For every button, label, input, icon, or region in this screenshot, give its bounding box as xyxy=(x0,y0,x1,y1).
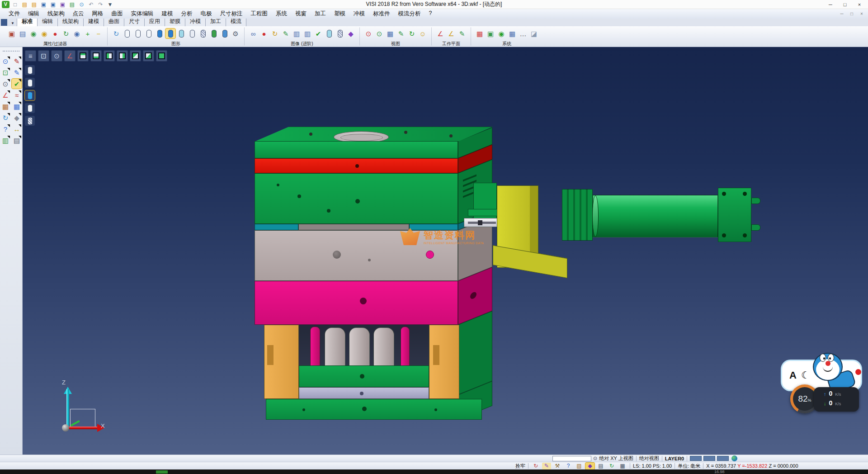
layer-list-icon[interactable]: ▤ xyxy=(596,463,605,469)
auto-rotate-icon[interactable]: ↻ xyxy=(607,463,616,469)
taskbar-item[interactable] xyxy=(156,470,168,474)
copy-shading-icon[interactable] xyxy=(220,28,230,38)
hydraulic-cylinder-barrel[interactable] xyxy=(593,195,718,237)
ejector-base-plate[interactable] xyxy=(299,387,429,399)
view-grid-icon[interactable]: ▦ xyxy=(385,28,395,38)
save-all-icon[interactable]: ▣ xyxy=(59,1,66,8)
menu-item-19[interactable]: ? xyxy=(425,10,436,18)
refresh-adv-icon[interactable]: ↻ xyxy=(270,28,280,38)
grid-window-icon[interactable]: ▦ xyxy=(12,101,22,111)
network-speed-panel[interactable]: ↑ 0K/s ↓ 0K/s xyxy=(814,387,859,412)
add-visible-icon[interactable]: + xyxy=(83,28,93,38)
zoom-window-icon[interactable]: ⊙ xyxy=(0,56,10,66)
tie-rod-stub-top[interactable] xyxy=(751,198,760,204)
save-as-icon[interactable]: ▣ xyxy=(49,1,57,8)
tie-rod-stub-bottom[interactable] xyxy=(751,224,760,231)
return-pin-left[interactable] xyxy=(310,327,320,367)
hidden-line-dash-icon[interactable] xyxy=(144,28,154,38)
transparent-icon[interactable] xyxy=(176,28,186,38)
workplane-gold-icon[interactable]: ∠ xyxy=(446,28,456,38)
menu-item-16[interactable]: 冲模 xyxy=(349,10,369,18)
sketch-edit-icon[interactable]: ✎ xyxy=(12,67,22,77)
shaded-icon[interactable] xyxy=(155,28,165,38)
parting-strip[interactable] xyxy=(298,224,409,230)
erase-icon[interactable]: ✎ xyxy=(12,56,22,66)
lock-toggle[interactable]: 拴牢 xyxy=(515,463,525,469)
ucs-cube-icon[interactable]: ◆ xyxy=(585,463,594,469)
save-icon[interactable]: ▣ xyxy=(40,1,47,8)
menu-item-17[interactable]: 标准件 xyxy=(369,10,394,18)
traffic-light-adv-icon[interactable]: ● xyxy=(259,28,269,38)
color-swatch-2[interactable] xyxy=(703,456,715,461)
mdi-restore-button[interactable]: □ xyxy=(848,11,855,16)
open-ref-icon[interactable]: ▤ xyxy=(30,1,38,8)
view-mode-label[interactable]: 绝对 XY 上视图 xyxy=(599,455,633,462)
lod-bars2-icon[interactable]: ▥ xyxy=(302,28,312,38)
tools-hammer-icon[interactable]: ⚒ xyxy=(553,463,562,469)
view-smiley-icon[interactable]: ☺ xyxy=(418,28,428,38)
open-file-icon[interactable]: ▤ xyxy=(21,1,28,8)
spacer-block-left[interactable] xyxy=(264,325,299,399)
shaded-edges-icon[interactable] xyxy=(165,28,175,38)
new-file-icon[interactable]: □ xyxy=(11,1,19,8)
search-input[interactable] xyxy=(552,456,591,461)
menu-item-6[interactable]: 实体编辑 xyxy=(127,10,158,18)
system-globe-icon[interactable]: ◉ xyxy=(496,28,506,38)
menu-item-11[interactable]: 工程图 xyxy=(247,10,272,18)
help-icon[interactable]: ? xyxy=(0,124,10,134)
document-icon[interactable]: ▤ xyxy=(12,135,22,145)
remove-visible-icon[interactable]: − xyxy=(94,28,104,38)
hide-entities-icon[interactable]: ◉ xyxy=(39,28,49,38)
grid-snap-icon[interactable]: ▦ xyxy=(618,463,627,469)
doc-filter-icon[interactable]: ▤ xyxy=(18,28,28,38)
shield-icon[interactable]: ◆ xyxy=(346,28,356,38)
ejector-sleeve-1[interactable] xyxy=(325,327,345,367)
search-icon[interactable]: ⊙ xyxy=(593,455,597,461)
context-help-icon[interactable]: ? xyxy=(564,463,573,469)
ime-moon-icon[interactable]: ☾ xyxy=(801,370,810,381)
menu-item-3[interactable]: 点云 xyxy=(69,10,88,18)
package-icon[interactable]: ▧ xyxy=(575,463,584,469)
menu-item-18[interactable]: 模流分析 xyxy=(394,10,425,18)
teal-wear-plate-left[interactable] xyxy=(255,224,298,230)
render-palette-icon[interactable]: ▦ xyxy=(0,101,10,111)
visi-logo-icon[interactable]: V xyxy=(2,1,9,8)
glasses-add-icon[interactable]: ∞ xyxy=(248,28,258,38)
scale-indicator[interactable]: LS: 1.00 PS: 1.00 xyxy=(633,463,672,469)
mold-model-3d[interactable] xyxy=(23,47,868,455)
qa-options-caret-icon[interactable]: ▼ xyxy=(106,1,114,8)
menu-item-15[interactable]: 塑模 xyxy=(330,10,349,18)
minimize-button[interactable]: ─ xyxy=(824,0,837,9)
mesh-view-icon[interactable] xyxy=(198,28,208,38)
lower-stack-side-face[interactable] xyxy=(458,311,492,395)
return-pin-right[interactable] xyxy=(401,327,410,367)
system-monitor-icon[interactable]: ▣ xyxy=(486,28,495,38)
menu-item-8[interactable]: 分析 xyxy=(177,10,197,18)
view-sketch-icon[interactable]: ✎ xyxy=(396,28,406,38)
top-clamp-plate[interactable] xyxy=(255,141,458,158)
fit-view-icon[interactable]: ⊡ xyxy=(0,67,10,77)
refresh-visibility-icon[interactable]: ↻ xyxy=(61,28,71,38)
hidden-line-icon[interactable] xyxy=(133,28,143,38)
pen-visibility-icon[interactable]: ✎ xyxy=(281,28,291,38)
menu-item-0[interactable]: 文件 xyxy=(5,10,24,18)
track-rotate-icon[interactable]: ↻ xyxy=(531,463,540,469)
ucs-axes-icon[interactable]: ∠ xyxy=(0,90,10,100)
color-swatch-1[interactable] xyxy=(690,456,702,461)
menu-item-9[interactable]: 电极 xyxy=(197,10,216,18)
menu-item-12[interactable]: 系统 xyxy=(272,10,291,18)
zoom-previous-icon[interactable]: ⊙ xyxy=(363,28,373,38)
ime-mode-a-icon[interactable]: A xyxy=(789,370,797,381)
apply-check-icon[interactable]: ✔ xyxy=(313,28,323,38)
view-refresh-icon[interactable]: ↻ xyxy=(407,28,417,38)
shading-settings-icon[interactable]: ⚙ xyxy=(231,28,241,38)
magenta-support-plate[interactable] xyxy=(255,281,458,325)
workplane-sketch-icon[interactable]: ✎ xyxy=(457,28,467,38)
lod-bars-icon[interactable]: ▥ xyxy=(292,28,302,38)
slide-green-block[interactable] xyxy=(473,183,497,223)
pick-brush-icon[interactable]: ✎ xyxy=(542,463,551,469)
menu-item-7[interactable]: 建模 xyxy=(158,10,177,18)
spacer-block-right[interactable] xyxy=(429,325,459,399)
ejector-sleeve-2[interactable] xyxy=(349,327,370,367)
ejector-sleeve-3[interactable] xyxy=(373,327,394,367)
